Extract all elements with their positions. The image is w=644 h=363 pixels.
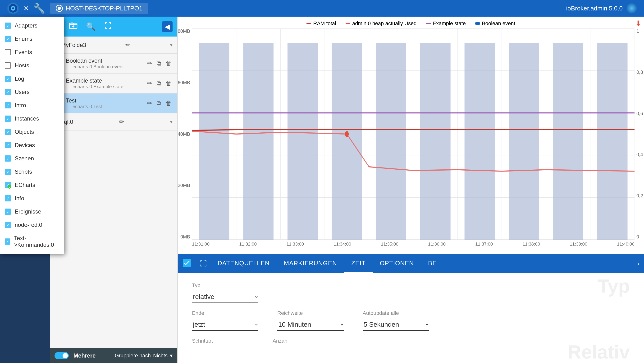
tab-be[interactable]: BE bbox=[421, 254, 444, 273]
dropdown-item-szenen[interactable]: ✓Szenen bbox=[0, 152, 64, 165]
dropdown-item-intro[interactable]: ✓Intro bbox=[0, 99, 64, 112]
subitem-copy-boolean-event[interactable]: ⧉ bbox=[156, 59, 162, 68]
dropdown-item-ereignisse[interactable]: ✓Ereignisse bbox=[0, 205, 64, 218]
subitem-name-test: Test bbox=[66, 97, 143, 104]
svg-rect-23 bbox=[243, 43, 274, 240]
check-icon-instances: ✓ bbox=[5, 116, 11, 122]
folder-edit-button-myfolde3[interactable]: ✏ bbox=[124, 40, 132, 50]
typ-field: Typ relative bbox=[192, 282, 258, 303]
anzahl-field: Anzahl bbox=[272, 338, 334, 344]
chart-area: RAM totaladmin 0 heap actually UsedExamp… bbox=[178, 17, 644, 254]
autoupdate-field: Autoupdate alle 5 Sekunden bbox=[363, 310, 429, 331]
back-button[interactable]: ◀ bbox=[162, 21, 172, 32]
header-left: × 🔧 HOST-DESKTOP-PLLTPO1 bbox=[7, 2, 148, 14]
dropdown-item-users[interactable]: ✓Users bbox=[0, 85, 64, 99]
ende-label: Ende bbox=[192, 310, 258, 316]
folder-subitem-boolean-event[interactable]: Boolean eventecharts.0.Boolean event✏⧉🗑 bbox=[50, 54, 177, 74]
subitem-sub-boolean-event: echarts.0.Boolean event bbox=[66, 64, 143, 70]
subitem-edit-example-state[interactable]: ✏ bbox=[146, 79, 153, 88]
folder-subitem-test[interactable]: Testecharts.0.Test✏⧉🗑 bbox=[50, 94, 177, 113]
dropdown-item-echarts[interactable]: ✓2ECharts bbox=[0, 178, 64, 192]
subitem-delete-example-state[interactable]: 🗑 bbox=[164, 79, 172, 88]
dropdown-item-enums[interactable]: ✓Enums bbox=[0, 32, 64, 46]
typ-select[interactable]: relative bbox=[192, 291, 258, 303]
dropdown-item-scripts[interactable]: ✓Scripts bbox=[0, 165, 64, 178]
ende-select[interactable]: jetzt bbox=[192, 319, 258, 331]
dropdown-item-textkommandos[interactable]: ✓Text->Kommandos.0 bbox=[0, 232, 64, 251]
download-button[interactable]: ⬇ bbox=[635, 19, 642, 28]
y-axis-right-label: 0,2 bbox=[636, 193, 643, 199]
subitem-copy-example-state[interactable]: ⧉ bbox=[156, 79, 162, 88]
close-button[interactable]: × bbox=[24, 4, 29, 13]
groupby-section: Gruppiere nach Nichts ▾ bbox=[115, 352, 172, 359]
svg-point-2 bbox=[12, 7, 14, 9]
dropdown-item-objects[interactable]: ✓Objects bbox=[0, 125, 64, 139]
app-logo bbox=[7, 2, 19, 14]
autoupdate-select[interactable]: 5 Sekunden bbox=[363, 319, 429, 331]
legend-dot-ram-total bbox=[306, 23, 311, 24]
fullscreen-button[interactable] bbox=[103, 20, 114, 33]
tab-expand-button[interactable]: ⛶ bbox=[196, 260, 210, 268]
dropdown-item-devices[interactable]: ✓Devices bbox=[0, 139, 64, 152]
dropdown-label-ereignisse: Ereignisse bbox=[15, 208, 41, 215]
subitem-copy-test[interactable]: ⧉ bbox=[156, 99, 162, 108]
folder-header-myfolde3[interactable]: MyFolde3✏▾ bbox=[50, 37, 177, 54]
check-icon-users: ✓ bbox=[5, 89, 11, 95]
dropdown-label-log: Log bbox=[15, 76, 24, 82]
x-axis-label: 11:34:00 bbox=[334, 241, 351, 247]
legend-label-example-state: Example state bbox=[433, 21, 466, 27]
dropdown-item-hosts[interactable]: Hosts bbox=[0, 59, 64, 72]
tab-more-button[interactable]: › bbox=[632, 260, 644, 267]
svg-rect-30 bbox=[553, 43, 583, 240]
folder-subitem-example-state[interactable]: Example stateecharts.0.Example state✏⧉🗑 bbox=[50, 74, 177, 94]
dropdown-item-log[interactable]: ✓Log bbox=[0, 72, 64, 85]
header-logo-right bbox=[626, 3, 637, 14]
svg-rect-22 bbox=[199, 43, 229, 240]
folder-edit-button-sql0[interactable]: ✏ bbox=[118, 117, 125, 126]
tab-markierungen[interactable]: MARKIERUNGEN bbox=[277, 254, 344, 273]
settings-row-2: Ende jetzt Reichweite 10 Minuten Autoupd… bbox=[192, 310, 630, 331]
host-tab[interactable]: HOST-DESKTOP-PLLTPO1 bbox=[50, 3, 148, 14]
groupby-chevron-icon[interactable]: ▾ bbox=[170, 352, 172, 359]
tab-datenquellen[interactable]: DATENQUELLEN bbox=[210, 254, 277, 273]
subitem-delete-boolean-event[interactable]: 🗑 bbox=[164, 59, 172, 68]
bottom-tabs: ⛶ DATENQUELLENMARKIERUNGENZEITOPTIONENBE… bbox=[178, 254, 644, 273]
search-button[interactable]: 🔍 bbox=[84, 21, 97, 33]
ende-field: Ende jetzt bbox=[192, 310, 258, 331]
add-folder-button[interactable] bbox=[68, 20, 79, 33]
dropdown-item-node-red[interactable]: ✓node-red.0 bbox=[0, 218, 64, 232]
dropdown-label-hosts: Hosts bbox=[15, 62, 29, 69]
folder-actions-myfolde3: ✏ bbox=[124, 40, 132, 50]
folder-expand-icon-sql0[interactable]: ▾ bbox=[170, 119, 172, 125]
tab-zeit[interactable]: ZEIT bbox=[344, 254, 372, 273]
svg-rect-31 bbox=[597, 43, 628, 240]
legend-item-ram-total: RAM total bbox=[306, 21, 336, 27]
mehrere-toggle[interactable] bbox=[54, 352, 69, 359]
schrittart-field: Schrittart bbox=[192, 338, 254, 344]
host-icon bbox=[56, 5, 63, 12]
folder-expand-icon-myfolde3[interactable]: ▾ bbox=[170, 42, 172, 48]
header-bar: × 🔧 HOST-DESKTOP-PLLTPO1 ioBroker.admin … bbox=[0, 0, 644, 17]
check-icon-textkommandos: ✓ bbox=[5, 238, 10, 245]
dropdown-item-adapters[interactable]: ✓Adapters bbox=[0, 19, 64, 32]
check-icon-adapters: ✓ bbox=[5, 23, 11, 29]
folder-name-myfolde3: MyFolde3 bbox=[61, 42, 86, 48]
folder-header-sql0[interactable]: sql.0✏▾ bbox=[50, 113, 177, 131]
subitem-edit-test[interactable]: ✏ bbox=[146, 99, 153, 108]
subitem-delete-test[interactable]: 🗑 bbox=[164, 99, 172, 108]
tab-checkbox[interactable] bbox=[178, 259, 196, 269]
chart-legend: RAM totaladmin 0 heap actually UsedExamp… bbox=[178, 21, 644, 27]
x-axis-labels: 11:31:0011:32:0011:33:0011:34:0011:35:00… bbox=[192, 240, 634, 254]
reichweite-select[interactable]: 10 Minuten bbox=[277, 319, 344, 331]
y-axis-left-label: 80MB bbox=[178, 29, 190, 34]
main-container: ✓ >Kommandos.0 ⬡ node-red.0 ✓ ECharts ⚡ … bbox=[0, 17, 644, 363]
chart-svg-container bbox=[192, 29, 634, 240]
legend-item-example-state: Example state bbox=[426, 21, 466, 27]
subitem-edit-boolean-event[interactable]: ✏ bbox=[146, 59, 153, 68]
tab-optionen[interactable]: OPTIONEN bbox=[372, 254, 421, 273]
legend-dot-boolean-event bbox=[475, 22, 480, 25]
dropdown-item-info[interactable]: ✓Info bbox=[0, 192, 64, 205]
groupby-label: Gruppiere nach bbox=[115, 352, 151, 359]
dropdown-item-instances[interactable]: ✓Instances bbox=[0, 112, 64, 125]
dropdown-item-events[interactable]: Events bbox=[0, 46, 64, 59]
